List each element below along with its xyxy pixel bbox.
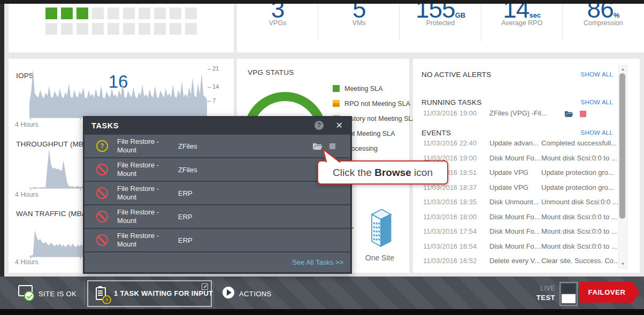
vm-cell[interactable] <box>154 23 166 35</box>
stat-unit: % <box>614 11 620 19</box>
task-row[interactable]: File Restore - Mount ERP <box>85 228 350 251</box>
vm-cell[interactable] <box>185 7 197 19</box>
feed-scrollbar[interactable]: ▲ ▼ <box>618 65 627 268</box>
event-row[interactable]: 11/03/2016 18:35 Disk Unmount... Unmount… <box>413 198 640 213</box>
tasks-popup: TASKS ? ✕ File Restore - Mount ZFiles <box>83 116 352 274</box>
running-task-date: 11/03/2016 19:00 <box>423 109 477 117</box>
vm-cell[interactable] <box>92 23 104 35</box>
task-target: ERP <box>178 236 193 244</box>
stat-cell: 14sec Average RPO <box>481 4 563 52</box>
event-task: Delete every V... <box>489 257 540 265</box>
vm-cell[interactable] <box>170 23 181 35</box>
event-row[interactable]: 11/03/2016 18:00 Disk Mount Fo... Mount … <box>413 213 640 228</box>
vm-cell[interactable] <box>170 7 181 19</box>
legend-item: Meeting SLA <box>333 85 417 92</box>
task-waiting-button[interactable]: ? 1 TASK WAITING FOR INPUT <box>87 280 212 307</box>
event-task: Disk Mount Fo... <box>489 213 540 221</box>
scroll-up-icon[interactable]: ▲ <box>619 67 627 72</box>
stat-cell: 155GB Protected <box>400 4 481 52</box>
tasks-popup-header: TASKS ? ✕ <box>85 118 350 134</box>
event-date: 11/03/2016 16:52 <box>423 257 477 265</box>
bar-divider <box>213 281 213 305</box>
vm-cell[interactable] <box>108 7 119 19</box>
alerts-section-title: NO ACTIVE ALERTS <box>421 71 492 79</box>
vm-cell[interactable] <box>139 23 150 35</box>
legend-swatch <box>333 85 340 92</box>
legend-label: History not Meeting SLA <box>344 115 417 122</box>
task-row[interactable]: File Restore - Mount ERP <box>85 181 350 204</box>
vm-cell[interactable] <box>76 7 88 19</box>
event-row[interactable]: 11/03/2016 16:52 Delete every V... Clear… <box>413 257 640 272</box>
vm-cell[interactable] <box>123 7 135 19</box>
events-list: 11/03/2016 22:40 Update advan... Complet… <box>413 139 640 272</box>
stats-panel: 3 VPGs 5 VMs 155GB Protected 14sec Avera… <box>237 4 644 52</box>
help-icon[interactable]: ? <box>315 121 324 130</box>
iops-x-label: 4 Hours <box>15 121 39 128</box>
stat-unit: sec <box>529 11 541 19</box>
toggle-live-position[interactable] <box>562 284 576 293</box>
event-task: Update VPG <box>489 183 528 191</box>
zerto-dashboard: 3 VPGs 5 VMs 155GB Protected 14sec Avera… <box>0 0 644 315</box>
tasks-popup-title: TASKS <box>91 121 119 130</box>
vm-cell[interactable] <box>92 7 104 19</box>
vm-cell[interactable] <box>108 23 119 35</box>
legend-label: RPO not Meeting SLA <box>344 100 410 107</box>
test-label: TEST <box>530 294 555 302</box>
stat-cell: 86% Compression <box>563 4 644 52</box>
one-site[interactable]: One Site <box>356 208 404 262</box>
failover-button[interactable]: FAILOVER <box>579 282 640 303</box>
alerts-show-all-link[interactable]: SHOW ALL <box>581 71 613 78</box>
see-all-tasks-link[interactable]: See All Tasks >> <box>292 258 343 266</box>
close-icon[interactable]: ✕ <box>336 120 343 130</box>
vm-cell[interactable] <box>61 7 73 19</box>
stat-label: VMs <box>318 19 400 27</box>
actions-play-icon[interactable] <box>223 287 234 298</box>
vm-cell[interactable] <box>45 7 57 19</box>
vm-cell[interactable] <box>139 7 150 19</box>
scrollbar-thumb[interactable] <box>619 73 625 219</box>
popout-icon[interactable] <box>202 283 208 290</box>
task-row[interactable]: File Restore - Mount ZFiles <box>85 157 350 181</box>
running-tasks-show-all-link[interactable]: SHOW ALL <box>581 99 613 105</box>
actions-label[interactable]: ACTIONS <box>239 290 272 298</box>
toggle-test-position[interactable] <box>562 294 576 303</box>
event-description: Clear site. Success. Co... <box>541 257 619 265</box>
live-test-toggle[interactable] <box>559 282 578 306</box>
task-row[interactable]: File Restore - Mount ERP <box>85 204 350 228</box>
task-target: ERP <box>178 213 193 221</box>
running-task-name: ZFiles (VPG) -Fil... <box>489 109 547 117</box>
vm-cell[interactable] <box>154 7 166 19</box>
event-row[interactable]: 11/03/2016 18:37 Update VPG Update prote… <box>413 183 640 198</box>
running-task-row[interactable]: 11/03/2016 19:00 ZFiles (VPG) -Fil... <box>413 109 640 120</box>
event-date: 11/03/2016 22:40 <box>423 139 477 147</box>
event-description: Mount disk Scsi:0:0 to ... <box>541 154 617 162</box>
stat-unit: GB <box>455 11 466 19</box>
events-show-all-link[interactable]: SHOW ALL <box>581 129 613 136</box>
event-row[interactable]: 11/03/2016 22:40 Update advan... Complet… <box>413 139 640 154</box>
tooltip-text: Click the Browse icon <box>333 167 433 179</box>
vm-cell[interactable] <box>123 23 135 35</box>
event-task: Update VPG <box>489 168 528 176</box>
event-description: Update protection gro... <box>541 168 614 176</box>
vm-grid <box>45 7 197 35</box>
event-row[interactable]: 11/03/2016 17:54 Disk Mount Fo... Mount … <box>413 227 640 242</box>
vm-cell[interactable] <box>185 23 197 35</box>
task-target: ERP <box>178 189 193 197</box>
task-status-icon <box>96 164 108 175</box>
stop-icon[interactable] <box>580 111 586 117</box>
tasks-popup-rows: File Restore - Mount ZFiles File Restore… <box>85 134 350 251</box>
task-name: File Restore - Mount <box>117 161 177 178</box>
task-status-icon <box>96 140 108 152</box>
event-description: Unmount disk Scsi:0:0 ... <box>541 198 618 206</box>
site-building-icon <box>365 208 395 249</box>
legend-label: Not Meeting SLA <box>344 130 395 137</box>
event-description: Mount disk Scsi:0:0 to ... <box>541 227 617 235</box>
scroll-down-icon[interactable]: ▼ <box>619 262 627 267</box>
vm-status-grid-panel <box>9 4 234 52</box>
browse-icon[interactable] <box>564 110 573 118</box>
task-row[interactable]: File Restore - Mount ZFiles <box>85 134 350 157</box>
vm-cell[interactable] <box>61 23 73 35</box>
vm-cell[interactable] <box>45 23 57 35</box>
event-row[interactable]: 11/03/2016 16:54 Disk Mount Fo... Mount … <box>413 242 640 257</box>
vm-cell[interactable] <box>76 23 88 35</box>
